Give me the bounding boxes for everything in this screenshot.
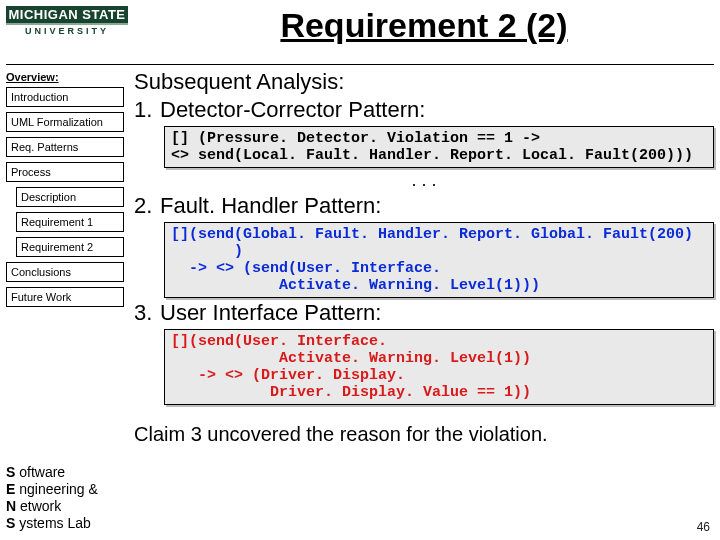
nav-conclusions[interactable]: Conclusions: [6, 262, 124, 282]
page-number: 46: [697, 520, 710, 534]
pattern-3-num: 3.: [134, 300, 160, 326]
pattern-2-num: 2.: [134, 193, 160, 219]
pattern-3-label: User Interface Pattern:: [160, 300, 381, 326]
body: Overview: Introduction UML Formalization…: [0, 65, 720, 537]
pattern-2-label: Fault. Handler Pattern:: [160, 193, 381, 219]
sidebar-heading: Overview:: [6, 71, 124, 83]
msu-logo: MICHIGAN STATE UNIVERSITY: [6, 6, 128, 48]
nav-future-work[interactable]: Future Work: [6, 287, 124, 307]
nav-uml-formalization[interactable]: UML Formalization: [6, 112, 124, 132]
pattern-2-code: [](send(Global. Fault. Handler. Report. …: [164, 222, 714, 298]
nav-description[interactable]: Description: [16, 187, 124, 207]
pattern-1-num: 1.: [134, 97, 160, 123]
nav-requirement-2[interactable]: Requirement 2: [16, 237, 124, 257]
pattern-3-row: 3. User Interface Pattern:: [134, 300, 714, 326]
lab-line-1: S oftware: [6, 464, 98, 481]
nav-process[interactable]: Process: [6, 162, 124, 182]
lab-line-3: N etwork: [6, 498, 98, 515]
content: Subsequent Analysis: 1. Detector-Correct…: [130, 65, 720, 537]
nav-req-patterns[interactable]: Req. Patterns: [6, 137, 124, 157]
pattern-1-row: 1. Detector-Corrector Pattern:: [134, 97, 714, 123]
logo-bottom-text: UNIVERSITY: [6, 23, 128, 36]
slide-title: Requirement 2 (2): [128, 0, 720, 45]
lab-name: S oftware E ngineering & N etwork S yste…: [6, 464, 98, 532]
claim-text: Claim 3 uncovered the reason for the vio…: [134, 423, 714, 446]
lab-line-4: S ystems Lab: [6, 515, 98, 532]
lead-text: Subsequent Analysis:: [134, 69, 714, 95]
pattern-1-label: Detector-Corrector Pattern:: [160, 97, 425, 123]
nav-requirement-1[interactable]: Requirement 1: [16, 212, 124, 232]
logo-top-text: MICHIGAN STATE: [6, 6, 128, 23]
ellipsis: . . .: [134, 170, 714, 191]
nav-introduction[interactable]: Introduction: [6, 87, 124, 107]
pattern-2-row: 2. Fault. Handler Pattern:: [134, 193, 714, 219]
lab-line-2: E ngineering &: [6, 481, 98, 498]
header: MICHIGAN STATE UNIVERSITY Requirement 2 …: [0, 0, 720, 64]
pattern-3-code: [](send(User. Interface. Activate. Warni…: [164, 329, 714, 405]
pattern-1-code: [] (Pressure. Detector. Violation == 1 -…: [164, 126, 714, 168]
slide: MICHIGAN STATE UNIVERSITY Requirement 2 …: [0, 0, 720, 540]
